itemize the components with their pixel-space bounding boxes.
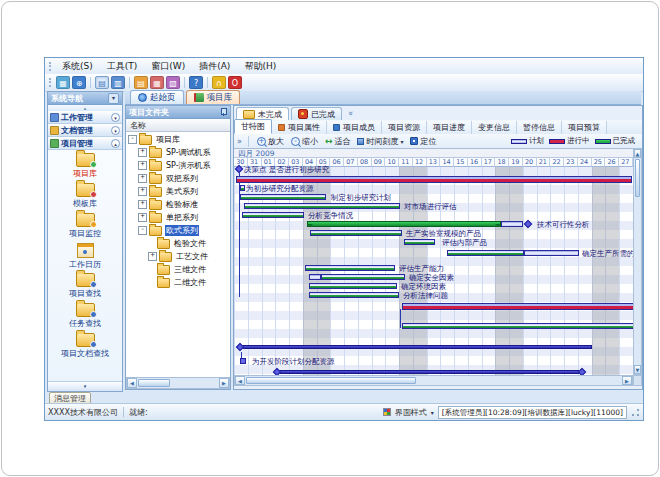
scroll-thumb[interactable] bbox=[138, 379, 170, 387]
interface-style-button[interactable]: 界面样式 bbox=[395, 407, 427, 418]
tree-expander-icon[interactable]: + bbox=[138, 200, 147, 209]
tree-node-10[interactable]: 三维文件 bbox=[126, 263, 230, 276]
gantt-bar-done[interactable] bbox=[240, 185, 245, 191]
gantt-bar-done[interactable] bbox=[404, 239, 435, 245]
gantt-bar-done[interactable] bbox=[305, 265, 395, 271]
sidebar-item-4[interactable]: 项目查找 bbox=[48, 271, 122, 299]
scroll-down-icon[interactable]: ▼ bbox=[634, 365, 641, 374]
tree-node-11[interactable]: 二维文件 bbox=[126, 276, 230, 289]
scroll-left-icon[interactable]: ◀ bbox=[235, 376, 245, 385]
gantt-bar-summary[interactable] bbox=[238, 345, 592, 349]
section-chevron-icon[interactable]: ▴ bbox=[111, 139, 120, 148]
menu-item-4[interactable]: 帮助(H) bbox=[237, 59, 283, 74]
menu-item-3[interactable]: 插件(A) bbox=[192, 59, 237, 74]
tree-node-4[interactable]: +美式系列 bbox=[126, 185, 230, 198]
sidebar-item-5[interactable]: 任务查找 bbox=[48, 301, 122, 329]
projects-icon[interactable]: ▦ bbox=[150, 76, 164, 89]
gantt-page-tab-7[interactable]: 项目预算 bbox=[562, 121, 607, 134]
tree-column-header[interactable]: 名称 bbox=[126, 119, 230, 132]
gantt-bar-done[interactable] bbox=[309, 283, 397, 289]
sidebar-item-0[interactable]: 项目库 bbox=[48, 151, 122, 179]
gantt-bar-done[interactable] bbox=[321, 274, 405, 280]
tree-node-7[interactable]: -欧式系列 bbox=[126, 224, 230, 237]
milestone-square-icon[interactable] bbox=[240, 358, 246, 364]
tree-node-0[interactable]: -项目库 bbox=[126, 133, 230, 146]
sidebar-more-section[interactable]: ▾ bbox=[48, 381, 122, 391]
gantt-page-tab-0[interactable]: 甘特图 bbox=[234, 119, 272, 134]
scroll-thumb[interactable] bbox=[246, 377, 416, 384]
time-scale-button[interactable]: 时间刻度▾ bbox=[355, 136, 405, 147]
toolbar-overflow-icon[interactable]: » bbox=[237, 137, 242, 146]
system-icon[interactable]: ▦ bbox=[56, 76, 70, 89]
gantt-page-tab-5[interactable]: 变更信息 bbox=[472, 121, 517, 134]
tree-node-1[interactable]: +SP-调试机系 bbox=[126, 146, 230, 159]
gantt-bar-done[interactable] bbox=[310, 230, 402, 236]
tree-expander-icon[interactable]: + bbox=[138, 187, 147, 196]
fit-button[interactable]: ↔适合 bbox=[323, 136, 353, 147]
sidebar-options-icon[interactable]: ▾ bbox=[108, 93, 119, 104]
tree-expander-icon[interactable]: + bbox=[148, 252, 157, 261]
gantt-bar-done[interactable] bbox=[309, 292, 399, 298]
gantt-vertical-scrollbar[interactable]: ▲▼ bbox=[633, 148, 642, 375]
gantt-bar-prog[interactable] bbox=[402, 303, 633, 310]
tree-horizontal-scrollbar[interactable]: ◀▶ bbox=[126, 377, 230, 389]
gantt-bar-done[interactable] bbox=[242, 212, 304, 218]
sidebar-section-0[interactable]: 工作管理▾ bbox=[48, 111, 122, 124]
sidebar-section-1[interactable]: 文档管理▾ bbox=[48, 124, 122, 137]
sidebar-section-2[interactable]: 项目管理▴ bbox=[48, 137, 122, 150]
gantt-bar-done[interactable] bbox=[447, 250, 524, 256]
sidebar-item-6[interactable]: 项目文档查找 bbox=[48, 331, 122, 359]
chart-icon[interactable]: ▥ bbox=[111, 76, 125, 89]
scroll-thumb[interactable] bbox=[635, 159, 640, 197]
tree-node-6[interactable]: +单把系列 bbox=[126, 211, 230, 224]
gantt-bar-done[interactable] bbox=[402, 323, 633, 329]
gantt-horizontal-scrollbar[interactable]: ◀▶ bbox=[234, 375, 633, 386]
tree-expander-icon[interactable]: - bbox=[138, 226, 147, 235]
zoom-out-button[interactable]: -缩小 bbox=[289, 136, 320, 147]
menu-item-1[interactable]: 工具(T) bbox=[100, 59, 145, 74]
statistics-icon[interactable]: ▧ bbox=[166, 76, 180, 89]
tree-expander-icon[interactable]: + bbox=[138, 174, 147, 183]
stop-icon[interactable]: O bbox=[228, 76, 242, 89]
resize-grip[interactable] bbox=[631, 408, 640, 417]
gantt-bar-sumgreen[interactable] bbox=[307, 221, 501, 227]
help-icon[interactable]: ? bbox=[189, 76, 203, 89]
scroll-left-icon[interactable]: ◀ bbox=[127, 378, 137, 388]
globe-icon[interactable]: ⊕ bbox=[72, 76, 86, 89]
scroll-right-icon[interactable]: ▶ bbox=[622, 376, 632, 385]
gantt-bar-plan[interactable] bbox=[524, 250, 579, 256]
menu-item-2[interactable]: 窗口(W) bbox=[144, 59, 192, 74]
tree-expander-icon[interactable]: - bbox=[128, 135, 137, 144]
tab-start-page[interactable]: 起始页 bbox=[130, 90, 184, 104]
open-folder-icon[interactable]: ▤ bbox=[95, 76, 109, 89]
tree-expander-icon[interactable]: + bbox=[138, 148, 147, 157]
gantt-page-tab-4[interactable]: 项目进度 bbox=[427, 121, 472, 134]
tab-finished[interactable]: 已完成 bbox=[291, 107, 342, 120]
gantt-bar-done[interactable] bbox=[240, 194, 326, 200]
zoom-in-button[interactable]: +放大 bbox=[255, 136, 286, 147]
tree-node-3[interactable]: +双把系列 bbox=[126, 172, 230, 185]
section-chevron-icon[interactable]: ▾ bbox=[111, 126, 120, 135]
tree-expander-icon[interactable]: + bbox=[138, 213, 147, 222]
style-dropdown-caret-icon[interactable]: ▾ bbox=[431, 409, 434, 416]
pin-icon[interactable] bbox=[219, 108, 227, 117]
locate-button[interactable]: 定位 bbox=[408, 136, 438, 147]
gantt-bar-plan[interactable] bbox=[309, 274, 321, 280]
sidebar-item-3[interactable]: 工作日历 bbox=[48, 241, 122, 270]
tab-project-library[interactable]: 项目库 bbox=[186, 90, 241, 104]
gantt-page-tab-6[interactable]: 暂停信息 bbox=[517, 121, 562, 134]
tree-node-5[interactable]: +检验标准 bbox=[126, 198, 230, 211]
gantt-bar-summary[interactable] bbox=[274, 370, 582, 374]
expand-chevron-icon[interactable]: » bbox=[346, 111, 355, 116]
scroll-right-icon[interactable]: ▶ bbox=[219, 378, 229, 388]
gantt-bar-plan[interactable] bbox=[501, 221, 523, 227]
scroll-up-icon[interactable]: ▲ bbox=[634, 149, 641, 158]
gantt-page-tab-3[interactable]: 项目资源 bbox=[382, 121, 427, 134]
tree-node-2[interactable]: +SP-演示机系 bbox=[126, 159, 230, 172]
sidebar-item-2[interactable]: 项目监控 bbox=[48, 211, 122, 239]
gantt-page-tab-2[interactable]: 项目成员 bbox=[327, 121, 382, 134]
menu-item-0[interactable]: 系统(S) bbox=[55, 59, 100, 74]
section-chevron-icon[interactable]: ▾ bbox=[111, 113, 120, 122]
gantt-bar-done[interactable] bbox=[244, 203, 400, 209]
sidebar-item-1[interactable]: 模板库 bbox=[48, 181, 122, 209]
